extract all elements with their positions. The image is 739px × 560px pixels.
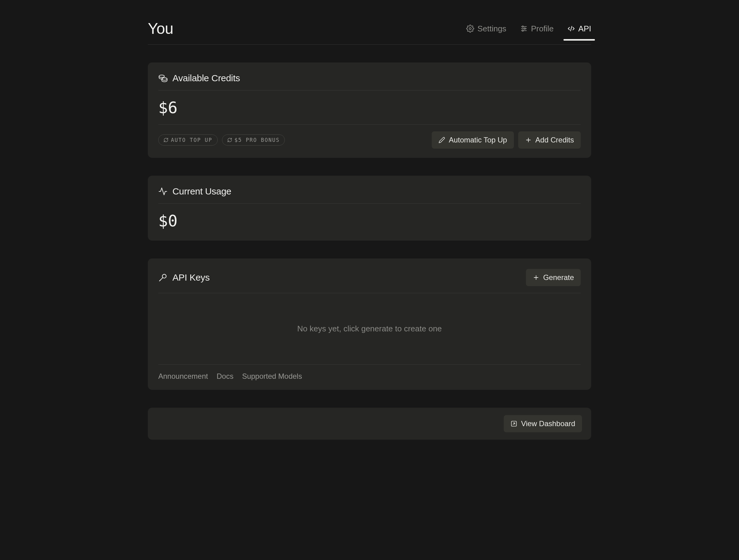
- usage-card: Current Usage $0: [148, 176, 591, 241]
- link-announcement[interactable]: Announcement: [158, 372, 208, 381]
- refresh-icon: [227, 138, 232, 143]
- chip-pro-bonus: $5 PRO BONUS: [222, 135, 285, 146]
- button-label: Generate: [543, 273, 574, 282]
- automatic-topup-button[interactable]: Automatic Top Up: [432, 131, 514, 149]
- usage-title: Current Usage: [172, 186, 231, 197]
- plus-icon: [533, 274, 540, 281]
- dashboard-card: View Dashboard: [148, 408, 591, 440]
- page-header: You Settings Profile API: [148, 12, 591, 45]
- svg-line-7: [571, 26, 572, 31]
- chip-auto-topup: AUTO TOP UP: [158, 135, 218, 146]
- button-label: Add Credits: [536, 136, 574, 144]
- tab-label: Profile: [531, 24, 554, 33]
- code-icon: [567, 25, 575, 33]
- activity-icon: [158, 187, 167, 196]
- svg-point-4: [522, 26, 524, 27]
- pencil-icon: [438, 137, 445, 143]
- tab-settings[interactable]: Settings: [466, 24, 506, 40]
- chip-label: AUTO TOP UP: [171, 137, 212, 143]
- coins-icon: [158, 73, 167, 83]
- tab-api[interactable]: API: [567, 24, 591, 40]
- view-dashboard-button[interactable]: View Dashboard: [504, 415, 582, 432]
- generate-key-button[interactable]: Generate: [526, 269, 581, 286]
- tab-label: Settings: [477, 24, 506, 33]
- credits-title: Available Credits: [172, 73, 240, 83]
- credits-card: Available Credits $6 AUTO TOP UP $5 PRO …: [148, 62, 591, 158]
- apikeys-card: API Keys Generate No keys yet, click gen…: [148, 258, 591, 390]
- svg-point-0: [469, 28, 471, 30]
- link-supported-models[interactable]: Supported Models: [242, 372, 302, 381]
- svg-point-5: [524, 28, 525, 29]
- tab-nav: Settings Profile API: [466, 24, 591, 33]
- tab-profile[interactable]: Profile: [520, 24, 554, 40]
- key-icon: [158, 273, 167, 282]
- external-link-icon: [510, 420, 517, 427]
- link-docs[interactable]: Docs: [216, 372, 234, 381]
- sliders-icon: [520, 25, 528, 33]
- button-label: View Dashboard: [521, 419, 575, 428]
- chip-label: $5 PRO BONUS: [235, 137, 280, 143]
- apikeys-title: API Keys: [172, 272, 210, 283]
- svg-point-8: [159, 75, 165, 77]
- usage-value: $0: [158, 204, 581, 231]
- page-title: You: [148, 20, 173, 37]
- apikeys-empty-text: No keys yet, click generate to create on…: [158, 293, 581, 364]
- gear-icon: [466, 25, 474, 33]
- add-credits-button[interactable]: Add Credits: [518, 131, 581, 149]
- button-label: Automatic Top Up: [449, 136, 507, 144]
- refresh-icon: [163, 138, 168, 143]
- plus-icon: [525, 137, 532, 143]
- tab-label: API: [578, 24, 591, 33]
- credits-value: $6: [158, 90, 581, 124]
- svg-point-6: [522, 30, 524, 31]
